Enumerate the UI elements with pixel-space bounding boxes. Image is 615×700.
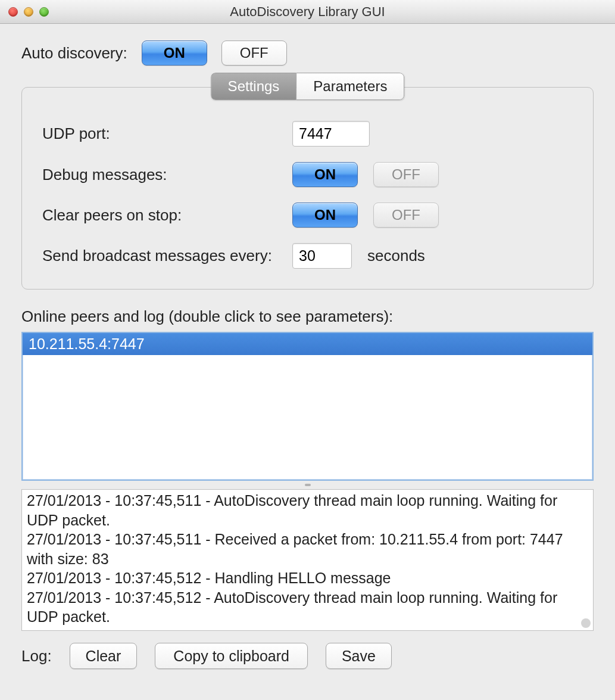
traffic-lights xyxy=(8,7,49,17)
clear-peers-off-button[interactable]: OFF xyxy=(373,203,439,228)
tab-parameters[interactable]: Parameters xyxy=(296,73,404,100)
grip-icon xyxy=(305,484,311,486)
copy-log-button[interactable]: Copy to clipboard xyxy=(155,643,308,669)
scroll-thumb-icon[interactable] xyxy=(581,618,591,628)
auto-discovery-row: Auto discovery: ON OFF xyxy=(21,41,594,66)
settings-box: UDP port: Debug messages: ON OFF Clear p… xyxy=(21,87,594,290)
clear-peers-label: Clear peers on stop: xyxy=(42,206,292,225)
splitter-handle[interactable] xyxy=(21,481,594,489)
close-icon[interactable] xyxy=(8,7,18,17)
udp-port-input[interactable] xyxy=(292,121,370,147)
clear-peers-row: Clear peers on stop: ON OFF xyxy=(42,203,573,228)
udp-port-label: UDP port: xyxy=(42,125,292,143)
clear-log-button[interactable]: Clear xyxy=(70,643,138,669)
clear-peers-on-button[interactable]: ON xyxy=(292,203,358,228)
debug-off-button[interactable]: OFF xyxy=(373,162,439,187)
auto-discovery-on-button[interactable]: ON xyxy=(142,41,207,66)
settings-panel: Settings Parameters UDP port: Debug mess… xyxy=(21,87,594,290)
log-label: Log: xyxy=(21,647,52,665)
broadcast-interval-input[interactable] xyxy=(292,243,352,269)
peers-section-label: Online peers and log (double click to se… xyxy=(21,307,594,326)
save-log-button[interactable]: Save xyxy=(326,643,392,669)
window-content: Auto discovery: ON OFF Settings Paramete… xyxy=(0,24,615,681)
broadcast-suffix: seconds xyxy=(367,247,425,265)
tab-settings[interactable]: Settings xyxy=(211,73,296,100)
debug-row: Debug messages: ON OFF xyxy=(42,162,573,187)
debug-on-button[interactable]: ON xyxy=(292,162,358,187)
peer-item[interactable]: 10.211.55.4:7447 xyxy=(23,333,592,355)
minimize-icon[interactable] xyxy=(24,7,33,17)
broadcast-row: Send broadcast messages every: seconds xyxy=(42,243,573,269)
tab-control: Settings Parameters xyxy=(211,73,405,100)
debug-label: Debug messages: xyxy=(42,166,292,184)
titlebar: AutoDiscovery Library GUI xyxy=(0,0,615,24)
window-title: AutoDiscovery Library GUI xyxy=(230,4,385,20)
auto-discovery-label: Auto discovery: xyxy=(21,44,127,63)
log-controls-row: Log: Clear Copy to clipboard Save xyxy=(21,643,594,669)
peers-listbox[interactable]: 10.211.55.4:7447 xyxy=(21,332,594,481)
auto-discovery-off-button[interactable]: OFF xyxy=(221,41,287,66)
zoom-icon[interactable] xyxy=(39,7,49,17)
udp-port-row: UDP port: xyxy=(42,121,573,147)
broadcast-label: Send broadcast messages every: xyxy=(42,247,292,265)
log-textarea[interactable]: 27/01/2013 - 10:37:45,511 - AutoDiscover… xyxy=(21,489,594,631)
